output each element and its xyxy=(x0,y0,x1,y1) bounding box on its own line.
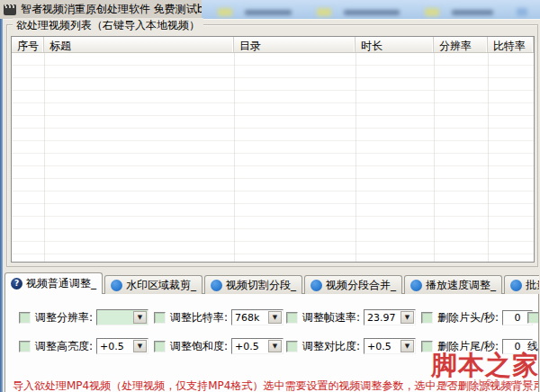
combo-value: +0.5 xyxy=(232,341,268,352)
contrast-adjust-checkbox[interactable] xyxy=(286,341,298,352)
circle-blue-icon xyxy=(211,280,222,291)
saturation-adjust-checkbox[interactable] xyxy=(154,341,166,352)
desktop-icon-blur xyxy=(344,10,400,15)
desktop-icon-blur xyxy=(317,8,331,16)
desktop-icon-blur xyxy=(425,8,439,16)
window-left-border xyxy=(0,19,3,392)
trim-tail-field: 删除片尾/秒: xyxy=(421,339,527,354)
circle-blue-icon xyxy=(111,280,122,291)
saturation-combobox[interactable]: +0.5 ▼ xyxy=(231,338,284,354)
combo-value: 23.97 xyxy=(364,312,400,324)
resolution-adjust-label: 调整分辨率: xyxy=(35,310,93,325)
column-divider xyxy=(234,53,235,262)
column-header-directory[interactable]: 目录 xyxy=(234,37,356,52)
trim-head-checkbox[interactable] xyxy=(421,312,433,324)
framerate-adjust-label: 调整帧速率: xyxy=(302,310,360,325)
brightness-adjust-checkbox[interactable] xyxy=(19,341,31,352)
window-title: 智者视频消重原创处理软件 免费测试beta版 xyxy=(21,2,232,17)
column-header-index[interactable]: 序号 xyxy=(12,37,44,52)
circle-dark-blue-icon: ? xyxy=(11,278,22,290)
tab-bar: ? 视频普通调整_ 水印区域裁剪_ 视频切割分段_ 视频分段合并_ 播放速度调整… xyxy=(4,272,539,294)
contrast-adjust-field: 调整对比度: +0.5 ▼ xyxy=(286,338,421,354)
tab-label: 水印区域裁剪_ xyxy=(126,278,196,293)
trim-head-field: 删除片头/秒: xyxy=(421,310,527,325)
tab-label: 批量加片头片尾_ xyxy=(526,278,539,293)
trim-tail-checkbox[interactable] xyxy=(421,341,433,352)
desktop-icon-blur xyxy=(517,8,527,16)
resolution-adjust-field: 调整分辨率: ▼ xyxy=(19,309,154,325)
thread-label: 线程 xyxy=(527,339,538,354)
framerate-combobox[interactable]: 23.97 ▼ xyxy=(364,309,416,325)
dropdown-arrow-icon[interactable]: ▼ xyxy=(268,340,282,352)
column-header-duration[interactable]: 时长 xyxy=(356,37,434,52)
desktop-icon-blur xyxy=(245,10,292,15)
control-row-2: 调整高亮度: +0.5 ▼ 调整饱和度: +0.5 ▼ 调整对比度: +0.5 xyxy=(5,337,538,355)
desktop-icon-blur xyxy=(218,8,232,16)
tab-label: 视频普通调整_ xyxy=(26,276,96,291)
video-list-table[interactable]: 序号 标题 目录 时长 分辨率 比特率 xyxy=(11,36,535,263)
instruction-note: 导入欲处理MP4视频（处理视频，仅支持MP4格式）选中需要设置的视频调整参数，选… xyxy=(13,379,539,392)
saturation-adjust-label: 调整饱和度: xyxy=(170,339,228,354)
resolution-adjust-checkbox[interactable] xyxy=(19,312,31,324)
clipped-field-row1: 删 xyxy=(527,310,538,325)
dropdown-arrow-icon[interactable]: ▼ xyxy=(400,340,414,352)
table-header: 序号 标题 目录 时长 分辨率 比特率 xyxy=(12,37,534,53)
combo-value: +0.5 xyxy=(97,341,133,352)
column-divider xyxy=(356,53,356,262)
dropdown-arrow-icon[interactable]: ▼ xyxy=(133,340,147,352)
dropdown-arrow-icon[interactable]: ▼ xyxy=(133,311,147,324)
bitrate-adjust-label: 调整比特率: xyxy=(170,310,228,325)
clapperboard-icon xyxy=(4,4,16,15)
column-divider xyxy=(44,53,45,262)
brightness-adjust-field: 调整高亮度: +0.5 ▼ xyxy=(19,338,154,354)
adjust-panel: 调整分辨率: ▼ 调整比特率: 768k ▼ 调整帧速率: 23.97 xyxy=(4,293,539,392)
column-divider xyxy=(488,53,489,262)
circle-blue-icon xyxy=(410,280,422,291)
tab-video-cut-segment[interactable]: 视频切割分段_ xyxy=(204,275,302,294)
brightness-combobox[interactable]: +0.5 ▼ xyxy=(96,338,148,354)
tab-label: 视频切割分段_ xyxy=(226,278,296,293)
desktop-icon-blur xyxy=(452,10,493,15)
bitrate-combobox[interactable]: 768k ▼ xyxy=(231,309,284,325)
saturation-adjust-field: 调整饱和度: +0.5 ▼ xyxy=(154,338,286,354)
resolution-combobox[interactable]: ▼ xyxy=(96,309,148,325)
combo-value: 768k xyxy=(232,312,268,324)
combo-value: +0.5 xyxy=(364,341,400,352)
group-label: 欲处理视频列表（右键导入本地视频） xyxy=(13,18,203,33)
video-list-group: 欲处理视频列表（右键导入本地视频） 序号 标题 目录 时长 分辨率 比特率 xyxy=(6,24,538,267)
brightness-adjust-label: 调整高亮度: xyxy=(35,339,93,354)
video-list-body[interactable] xyxy=(12,53,534,262)
tab-label: 视频分段合并_ xyxy=(326,278,396,293)
tab-video-segment-merge[interactable]: 视频分段合并_ xyxy=(304,275,402,294)
tab-playback-speed[interactable]: 播放速度调整_ xyxy=(404,275,502,294)
control-row-1: 调整分辨率: ▼ 调整比特率: 768k ▼ 调整帧速率: 23.97 xyxy=(5,308,538,326)
circle-blue-icon xyxy=(310,280,322,291)
contrast-adjust-label: 调整对比度: xyxy=(302,339,360,354)
tab-batch-intro-outro[interactable]: 批量加片头片尾_ xyxy=(504,275,539,294)
column-header-bitrate[interactable]: 比特率 xyxy=(488,37,534,52)
thread-field: 线程 xyxy=(527,339,538,354)
framerate-adjust-checkbox[interactable] xyxy=(286,312,298,324)
dropdown-arrow-icon[interactable]: ▼ xyxy=(268,311,282,324)
clipped-checkbox[interactable] xyxy=(527,312,538,324)
app-window: 智者视频消重原创处理软件 免费测试beta版 欲处理视频列表（右键导入本地视频）… xyxy=(0,0,540,392)
title-bar[interactable]: 智者视频消重原创处理软件 免费测试beta版 xyxy=(0,0,202,19)
tab-label: 播放速度调整_ xyxy=(426,278,496,293)
dropdown-arrow-icon[interactable]: ▼ xyxy=(400,311,414,324)
framerate-adjust-field: 调整帧速率: 23.97 ▼ xyxy=(286,309,421,325)
circle-blue-icon xyxy=(510,280,522,291)
bitrate-adjust-field: 调整比特率: 768k ▼ xyxy=(154,309,286,325)
column-header-title[interactable]: 标题 xyxy=(44,37,234,52)
desktop-background xyxy=(202,0,540,20)
tab-video-normal-adjust[interactable]: ? 视频普通调整_ xyxy=(4,272,103,294)
column-header-resolution[interactable]: 分辨率 xyxy=(434,37,488,52)
contrast-combobox[interactable]: +0.5 ▼ xyxy=(364,338,416,354)
trim-tail-label: 删除片尾/秒: xyxy=(437,339,499,354)
trim-head-label: 删除片头/秒: xyxy=(437,310,499,325)
column-divider xyxy=(434,53,435,262)
tab-watermark-crop[interactable]: 水印区域裁剪_ xyxy=(104,275,202,294)
bitrate-adjust-checkbox[interactable] xyxy=(154,312,166,324)
